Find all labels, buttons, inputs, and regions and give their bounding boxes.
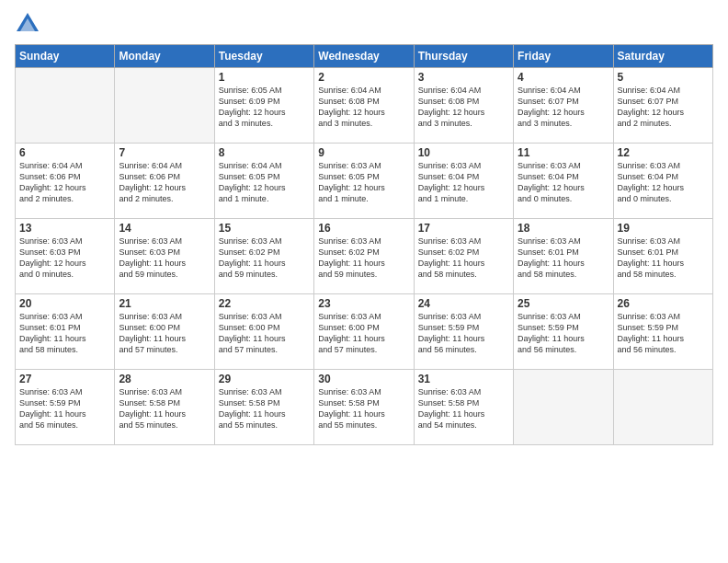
- calendar-cell: 26Sunrise: 6:03 AM Sunset: 5:59 PM Dayli…: [613, 294, 712, 370]
- day-info: Sunrise: 6:03 AM Sunset: 6:02 PM Dayligh…: [219, 236, 310, 281]
- day-number: 29: [219, 373, 310, 385]
- day-info: Sunrise: 6:03 AM Sunset: 6:05 PM Dayligh…: [318, 160, 409, 205]
- calendar-cell: 9Sunrise: 6:03 AM Sunset: 6:05 PM Daylig…: [314, 144, 414, 219]
- calendar-cell: 7Sunrise: 6:04 AM Sunset: 6:06 PM Daylig…: [115, 144, 214, 219]
- calendar-cell: 2Sunrise: 6:04 AM Sunset: 6:08 PM Daylig…: [314, 68, 414, 144]
- calendar-cell: 28Sunrise: 6:03 AM Sunset: 5:58 PM Dayli…: [115, 370, 214, 445]
- calendar-cell: [115, 68, 214, 144]
- day-info: Sunrise: 6:03 AM Sunset: 6:01 PM Dayligh…: [19, 311, 110, 356]
- day-number: 9: [318, 146, 409, 159]
- day-number: 15: [219, 222, 310, 235]
- calendar-cell: 3Sunrise: 6:04 AM Sunset: 6:08 PM Daylig…: [414, 68, 513, 144]
- calendar-cell: 5Sunrise: 6:04 AM Sunset: 6:07 PM Daylig…: [613, 68, 712, 144]
- day-number: 8: [219, 146, 310, 159]
- day-number: 12: [618, 146, 709, 159]
- day-info: Sunrise: 6:03 AM Sunset: 5:59 PM Dayligh…: [618, 311, 709, 356]
- calendar-week-4: 20Sunrise: 6:03 AM Sunset: 6:01 PM Dayli…: [16, 294, 713, 370]
- day-info: Sunrise: 6:03 AM Sunset: 6:00 PM Dayligh…: [119, 311, 210, 356]
- calendar-cell: 10Sunrise: 6:03 AM Sunset: 6:04 PM Dayli…: [414, 144, 513, 219]
- day-info: Sunrise: 6:03 AM Sunset: 6:00 PM Dayligh…: [318, 311, 409, 356]
- day-info: Sunrise: 6:03 AM Sunset: 6:01 PM Dayligh…: [618, 236, 709, 281]
- day-number: 7: [119, 146, 210, 159]
- col-header-thursday: Thursday: [414, 45, 513, 68]
- day-info: Sunrise: 6:03 AM Sunset: 6:02 PM Dayligh…: [318, 236, 409, 281]
- calendar-cell: 19Sunrise: 6:03 AM Sunset: 6:01 PM Dayli…: [613, 219, 712, 294]
- day-number: 16: [318, 222, 409, 235]
- day-info: Sunrise: 6:03 AM Sunset: 6:00 PM Dayligh…: [219, 311, 310, 356]
- header: [15, 11, 713, 37]
- calendar-cell: 22Sunrise: 6:03 AM Sunset: 6:00 PM Dayli…: [214, 294, 313, 370]
- calendar-cell: 1Sunrise: 6:05 AM Sunset: 6:09 PM Daylig…: [214, 68, 313, 144]
- day-number: 17: [418, 222, 509, 235]
- day-info: Sunrise: 6:04 AM Sunset: 6:08 PM Dayligh…: [318, 85, 409, 130]
- page: SundayMondayTuesdayWednesdayThursdayFrid…: [0, 0, 728, 563]
- day-info: Sunrise: 6:03 AM Sunset: 6:03 PM Dayligh…: [19, 236, 110, 281]
- day-number: 11: [518, 146, 609, 159]
- calendar-cell: [613, 370, 712, 445]
- calendar-cell: 16Sunrise: 6:03 AM Sunset: 6:02 PM Dayli…: [314, 219, 414, 294]
- calendar-cell: 20Sunrise: 6:03 AM Sunset: 6:01 PM Dayli…: [16, 294, 115, 370]
- col-header-monday: Monday: [115, 45, 214, 68]
- day-number: 14: [119, 222, 210, 235]
- day-number: 21: [119, 297, 210, 310]
- calendar-cell: 13Sunrise: 6:03 AM Sunset: 6:03 PM Dayli…: [16, 219, 115, 294]
- calendar: SundayMondayTuesdayWednesdayThursdayFrid…: [15, 44, 713, 445]
- calendar-cell: 14Sunrise: 6:03 AM Sunset: 6:03 PM Dayli…: [115, 219, 214, 294]
- day-number: 5: [618, 71, 709, 84]
- day-number: 2: [318, 71, 409, 84]
- day-number: 24: [418, 297, 509, 310]
- calendar-cell: 25Sunrise: 6:03 AM Sunset: 5:59 PM Dayli…: [514, 294, 613, 370]
- day-number: 4: [518, 71, 609, 84]
- calendar-week-3: 13Sunrise: 6:03 AM Sunset: 6:03 PM Dayli…: [16, 219, 713, 294]
- day-number: 25: [518, 297, 609, 310]
- day-info: Sunrise: 6:03 AM Sunset: 6:03 PM Dayligh…: [119, 236, 210, 281]
- day-info: Sunrise: 6:03 AM Sunset: 6:04 PM Dayligh…: [418, 160, 509, 205]
- day-info: Sunrise: 6:04 AM Sunset: 6:05 PM Dayligh…: [219, 160, 310, 205]
- day-info: Sunrise: 6:03 AM Sunset: 5:59 PM Dayligh…: [518, 311, 609, 356]
- day-info: Sunrise: 6:03 AM Sunset: 6:01 PM Dayligh…: [518, 236, 609, 281]
- day-number: 20: [19, 297, 110, 310]
- calendar-cell: 31Sunrise: 6:03 AM Sunset: 5:58 PM Dayli…: [414, 370, 513, 445]
- day-info: Sunrise: 6:04 AM Sunset: 6:06 PM Dayligh…: [19, 160, 110, 205]
- day-number: 13: [19, 222, 110, 235]
- calendar-cell: 30Sunrise: 6:03 AM Sunset: 5:58 PM Dayli…: [314, 370, 414, 445]
- day-info: Sunrise: 6:04 AM Sunset: 6:07 PM Dayligh…: [618, 85, 709, 130]
- calendar-cell: 4Sunrise: 6:04 AM Sunset: 6:07 PM Daylig…: [514, 68, 613, 144]
- day-info: Sunrise: 6:03 AM Sunset: 5:58 PM Dayligh…: [318, 386, 409, 431]
- calendar-cell: 8Sunrise: 6:04 AM Sunset: 6:05 PM Daylig…: [214, 144, 313, 219]
- col-header-saturday: Saturday: [613, 45, 712, 68]
- calendar-cell: 21Sunrise: 6:03 AM Sunset: 6:00 PM Dayli…: [115, 294, 214, 370]
- col-header-tuesday: Tuesday: [214, 45, 313, 68]
- day-number: 28: [119, 373, 210, 385]
- day-number: 31: [418, 373, 509, 385]
- day-number: 18: [518, 222, 609, 235]
- calendar-cell: 12Sunrise: 6:03 AM Sunset: 6:04 PM Dayli…: [613, 144, 712, 219]
- day-number: 23: [318, 297, 409, 310]
- calendar-cell: 17Sunrise: 6:03 AM Sunset: 6:02 PM Dayli…: [414, 219, 513, 294]
- day-info: Sunrise: 6:03 AM Sunset: 5:58 PM Dayligh…: [418, 386, 509, 431]
- day-number: 1: [219, 71, 310, 84]
- day-number: 19: [618, 222, 709, 235]
- day-number: 30: [318, 373, 409, 385]
- calendar-cell: 27Sunrise: 6:03 AM Sunset: 5:59 PM Dayli…: [16, 370, 115, 445]
- calendar-week-5: 27Sunrise: 6:03 AM Sunset: 5:59 PM Dayli…: [16, 370, 713, 445]
- day-info: Sunrise: 6:03 AM Sunset: 6:04 PM Dayligh…: [618, 160, 709, 205]
- calendar-cell: [514, 370, 613, 445]
- day-number: 3: [418, 71, 509, 84]
- day-info: Sunrise: 6:05 AM Sunset: 6:09 PM Dayligh…: [219, 85, 310, 130]
- day-info: Sunrise: 6:03 AM Sunset: 6:02 PM Dayligh…: [418, 236, 509, 281]
- logo: [15, 11, 44, 37]
- calendar-cell: [16, 68, 115, 144]
- day-info: Sunrise: 6:03 AM Sunset: 6:04 PM Dayligh…: [518, 160, 609, 205]
- calendar-header-row: SundayMondayTuesdayWednesdayThursdayFrid…: [16, 45, 713, 68]
- day-info: Sunrise: 6:04 AM Sunset: 6:07 PM Dayligh…: [518, 85, 609, 130]
- day-info: Sunrise: 6:03 AM Sunset: 5:59 PM Dayligh…: [418, 311, 509, 356]
- calendar-cell: 24Sunrise: 6:03 AM Sunset: 5:59 PM Dayli…: [414, 294, 513, 370]
- calendar-cell: 15Sunrise: 6:03 AM Sunset: 6:02 PM Dayli…: [214, 219, 313, 294]
- col-header-wednesday: Wednesday: [314, 45, 414, 68]
- day-info: Sunrise: 6:04 AM Sunset: 6:08 PM Dayligh…: [418, 85, 509, 130]
- calendar-week-1: 1Sunrise: 6:05 AM Sunset: 6:09 PM Daylig…: [16, 68, 713, 144]
- calendar-week-2: 6Sunrise: 6:04 AM Sunset: 6:06 PM Daylig…: [16, 144, 713, 219]
- logo-icon: [15, 11, 40, 37]
- day-info: Sunrise: 6:03 AM Sunset: 5:58 PM Dayligh…: [119, 386, 210, 431]
